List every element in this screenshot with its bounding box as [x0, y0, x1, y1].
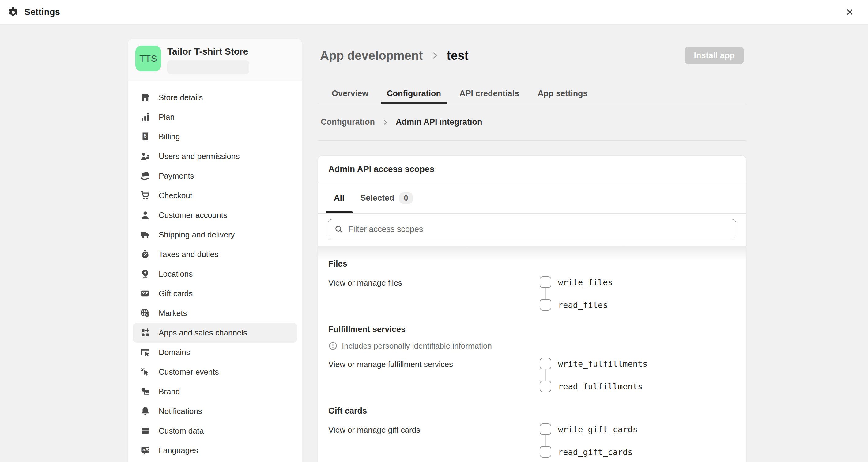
sidebar-item-notifications[interactable]: Notifications [133, 401, 297, 421]
selected-count-badge: 0 [399, 192, 413, 204]
sidebar-item-label: Custom data [159, 426, 204, 436]
sidebar-item-shipping-delivery[interactable]: Shipping and delivery [133, 225, 297, 245]
scope-connector [545, 435, 546, 446]
section-row-label: View or manage files [328, 276, 540, 288]
tab-app-settings[interactable]: App settings [528, 83, 597, 103]
section-row-label: View or manage gift cards [328, 423, 540, 435]
sidebar-item-users-permissions[interactable]: Users and permissions [133, 147, 297, 166]
app-tabs: Overview Configuration API credentials A… [318, 83, 746, 104]
section-heading: Gift cards [328, 406, 736, 416]
sidebar-item-customer-events[interactable]: Customer events [133, 362, 297, 382]
svg-text:A: A [142, 448, 145, 452]
install-app-button[interactable]: Install app [685, 47, 744, 64]
sidebar-item-domains[interactable]: Domains [133, 342, 297, 362]
sidebar-item-plan[interactable]: Plan [133, 107, 297, 127]
scope-checkbox[interactable] [540, 276, 551, 288]
section-row-label: View or manage fulfillment services [328, 358, 540, 369]
tab-configuration[interactable]: Configuration [378, 83, 450, 103]
pii-note: Includes personally identifiable informa… [328, 341, 736, 351]
tab-selected[interactable]: Selected 0 [352, 183, 421, 213]
scope-read-fulfillments[interactable]: read_fulfillments [540, 380, 648, 392]
sidebar-item-markets[interactable]: $ Markets [133, 303, 297, 323]
info-icon [328, 341, 338, 350]
gear-icon [7, 6, 19, 18]
settings-modal-body: TTS Tailor T-shirt Store Store details P… [0, 25, 868, 462]
section-fulfillment-services: Fulfillment services Includes personally… [328, 324, 736, 392]
scope-write-files[interactable]: write_files [540, 276, 613, 288]
svg-text:$: $ [144, 133, 147, 138]
breadcrumb-configuration[interactable]: Configuration [321, 117, 375, 127]
store-avatar: TTS [135, 45, 161, 71]
sidebar-item-apps-sales-channels[interactable]: Apps and sales channels [133, 323, 297, 342]
scope-checkbox[interactable] [540, 299, 551, 311]
store-name: Tailor T-shirt Store [167, 46, 249, 57]
tax-bag-icon [139, 248, 151, 260]
scope-read-gift-cards[interactable]: read_gift_cards [540, 446, 638, 458]
tab-all[interactable]: All [326, 183, 352, 213]
apps-grid-plus-icon [139, 327, 151, 339]
scope-checkbox[interactable] [540, 446, 551, 458]
filter-access-scopes-input[interactable] [348, 224, 730, 234]
tab-overview[interactable]: Overview [322, 83, 378, 103]
scope-name: write_fulfillments [558, 359, 648, 369]
scope-name: read_fulfillments [558, 382, 643, 391]
scope-list: Files View or manage files write_files [318, 246, 746, 462]
scope-name: write_files [558, 278, 613, 287]
sidebar-item-label: Languages [159, 446, 198, 455]
chevron-right-icon [382, 119, 389, 126]
section-files: Files View or manage files write_files [328, 258, 736, 311]
sidebar-item-label: Brand [159, 387, 180, 396]
scope-tabs: All Selected 0 [318, 183, 746, 214]
sidebar-item-billing[interactable]: $ Billing [133, 127, 297, 147]
sidebar-item-checkout[interactable]: Checkout [133, 186, 297, 205]
cart-icon [139, 189, 151, 202]
sidebar-item-label: Locations [159, 269, 193, 279]
globe-dollar-icon: $ [139, 307, 151, 319]
sidebar-item-brand[interactable]: Brand [133, 382, 297, 401]
domain-browser-icon [139, 346, 151, 359]
sidebar-item-label: Plan [159, 113, 175, 122]
cursor-click-icon [139, 366, 151, 378]
truck-icon [139, 228, 151, 241]
filter-access-scopes-field[interactable] [328, 219, 736, 239]
sidebar-item-label: Billing [159, 132, 180, 142]
sidebar-item-label: Users and permissions [159, 152, 240, 161]
tab-api-credentials[interactable]: API credentials [450, 83, 528, 103]
scope-write-gift-cards[interactable]: write_gift_cards [540, 423, 638, 435]
sidebar-item-store-details[interactable]: Store details [133, 88, 297, 107]
sidebar-item-label: Apps and sales channels [159, 328, 247, 338]
sidebar-item-taxes-duties[interactable]: Taxes and duties [133, 245, 297, 264]
settings-nav: Store details Plan $ Billing Users and p… [128, 81, 302, 462]
sidebar-item-payments[interactable]: Payments [133, 166, 297, 186]
admin-api-scopes-card: Admin API access scopes All Selected 0 [318, 155, 746, 462]
sidebar-item-label: Gift cards [159, 289, 193, 299]
sidebar-item-customer-accounts[interactable]: Customer accounts [133, 205, 297, 225]
bell-icon [139, 405, 151, 417]
breadcrumb-app-development[interactable]: App development [320, 49, 423, 62]
brand-image-icon [139, 386, 151, 398]
scope-checkbox[interactable] [540, 423, 551, 435]
person-icon [139, 209, 151, 221]
sidebar-item-locations[interactable]: Locations [133, 264, 297, 284]
sidebar-item-custom-data[interactable]: Custom data [133, 421, 297, 440]
sidebar-item-gift-cards[interactable]: Gift cards [133, 284, 297, 303]
sidebar-item-label: Shipping and delivery [159, 230, 235, 240]
storefront-icon [139, 91, 151, 103]
scope-read-files[interactable]: read_files [540, 299, 613, 311]
scope-checkbox[interactable] [540, 380, 551, 392]
topbar: Settings [0, 0, 868, 25]
svg-text:$: $ [146, 313, 148, 317]
scope-name: read_files [558, 300, 608, 310]
close-icon[interactable] [842, 4, 858, 20]
tab-all-label: All [334, 193, 345, 203]
settings-sidebar: TTS Tailor T-shirt Store Store details P… [128, 39, 302, 462]
sidebar-item-languages[interactable]: A Languages [133, 440, 297, 460]
scope-checkbox[interactable] [540, 358, 551, 369]
main-panel: App development test Install app Overvie… [318, 39, 746, 462]
data-table-icon [139, 425, 151, 437]
sidebar-item-label: Customer accounts [159, 211, 227, 220]
scope-write-fulfillments[interactable]: write_fulfillments [540, 358, 648, 369]
breadcrumb-admin-api-integration: Admin API integration [396, 117, 483, 127]
translate-icon: A [139, 444, 151, 457]
gift-card-icon [139, 287, 151, 300]
